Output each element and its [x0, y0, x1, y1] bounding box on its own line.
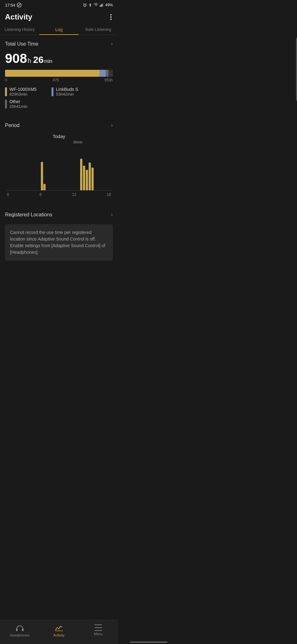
bottom-nav: Headphones Activity Menu — [0, 620, 118, 644]
legend-other-color — [5, 100, 7, 108]
axis-mid: 475 — [52, 78, 59, 82]
svg-rect-3 — [101, 5, 101, 7]
legend-lb: LinkBuds S 53h42min — [52, 87, 96, 97]
check-circle-icon — [17, 3, 22, 8]
legend-wf-name: WF-1000XM5 — [9, 87, 36, 92]
svg-rect-5 — [102, 3, 103, 7]
page-title: Activity — [5, 13, 32, 21]
legend-lb-time: 53h42min — [56, 92, 78, 97]
time-display-row: 908 h 26 min — [5, 51, 113, 66]
total-use-time-chevron: › — [111, 41, 113, 47]
nav-headphones-label: Headphones — [10, 633, 29, 637]
period-row[interactable]: Period › — [5, 116, 113, 131]
legend-wf-time: 829h3min — [9, 92, 36, 97]
nav-menu[interactable]: Menu — [79, 623, 118, 639]
activity-icon — [55, 625, 63, 632]
progress-lb-segment — [99, 70, 106, 77]
tab-log[interactable]: Log — [39, 24, 79, 35]
bar-16-4 — [89, 163, 91, 190]
legend-other: Other 25h41min — [5, 99, 49, 109]
x-label-6: 6 — [40, 192, 42, 197]
more-dot-1 — [110, 14, 112, 15]
more-dot-3 — [110, 19, 112, 20]
total-use-time-row[interactable]: Total Use Time › — [5, 35, 113, 50]
bar-12-1 — [41, 162, 43, 190]
time-display: 17:54 — [5, 3, 15, 8]
x-label-12: 12 — [72, 192, 76, 197]
axis-end: 950h — [104, 78, 113, 82]
locations-row[interactable]: Registered Locations › — [5, 206, 113, 220]
status-icons-area: 49% — [83, 3, 113, 7]
signal-icon — [100, 3, 104, 7]
progress-wf-segment — [5, 70, 99, 77]
x-label-0: 0 — [7, 192, 9, 197]
main-content: Total Use Time › 908 h 26 min 0 475 950h… — [0, 35, 118, 292]
svg-rect-7 — [22, 629, 24, 631]
progress-axis-labels: 0 475 950h — [5, 78, 113, 82]
status-bar: 17:54 49% — [0, 0, 118, 9]
bar-16-5 — [91, 168, 94, 190]
svg-rect-6 — [16, 629, 18, 631]
wifi-icon — [93, 3, 98, 7]
locations-section: Registered Locations › Cannot record the… — [5, 206, 113, 261]
more-options-button[interactable] — [109, 13, 113, 21]
headphones-icon — [15, 625, 24, 632]
legend-other-time: 25h41min — [9, 104, 27, 109]
hours-value: 908 — [5, 51, 27, 66]
nav-activity-label: Activity — [53, 633, 64, 637]
header: Activity — [0, 9, 118, 24]
nav-activity[interactable]: Activity — [39, 623, 79, 639]
period-label: Period — [5, 123, 19, 128]
locations-info-text: Cannot record the use time per registere… — [10, 230, 105, 255]
hours-label: h — [28, 57, 31, 64]
locations-label: Registered Locations — [5, 212, 52, 218]
nav-menu-label: Menu — [94, 632, 103, 636]
legend-lb-color — [52, 87, 53, 96]
legend-wf: WF-1000XM5 829h3min — [5, 87, 49, 97]
nav-headphones[interactable]: Headphones — [0, 623, 39, 639]
progress-bar — [5, 70, 113, 77]
bar-16-2 — [83, 166, 85, 190]
locations-info-box: Cannot record the use time per registere… — [5, 224, 113, 261]
minutes-value: 26 — [33, 54, 43, 65]
chart-container: Today 30min — [5, 134, 113, 198]
more-dot-2 — [110, 16, 112, 18]
legend-lb-name: LinkBuds S — [56, 87, 78, 92]
chart-x-labels: 0 6 12 18 — [6, 192, 112, 197]
axis-start: 0 — [5, 78, 7, 82]
bar-16-3 — [86, 170, 88, 190]
bar-12-2 — [43, 184, 46, 190]
tab-safe-listening[interactable]: Safe Listening — [79, 24, 118, 35]
bar-group-16 — [80, 159, 94, 190]
tab-bar: Listening History Log Safe Listening — [0, 24, 118, 35]
progress-bar-container: 0 475 950h — [5, 70, 113, 82]
chart-area: 30min — [6, 147, 112, 197]
alarm-icon — [83, 3, 87, 7]
tab-listening-history[interactable]: Listening History — [0, 24, 39, 35]
progress-other-segment — [106, 70, 108, 77]
legend-wf-color — [5, 87, 7, 96]
chart-annotation: 30min — [73, 140, 83, 144]
legend-other-name: Other — [9, 99, 27, 104]
locations-chevron: › — [111, 211, 113, 218]
battery-percentage: 49% — [105, 3, 113, 7]
minutes-label: min — [44, 58, 52, 64]
svg-rect-2 — [100, 5, 101, 7]
status-time-area: 17:54 — [5, 3, 22, 8]
bar-group-12 — [41, 162, 46, 190]
svg-rect-4 — [102, 4, 102, 7]
chart-bars — [6, 147, 112, 191]
total-use-time-label: Total Use Time — [5, 41, 38, 47]
x-label-18: 18 — [107, 192, 111, 197]
period-section: Period › Today 30min — [5, 116, 113, 198]
bar-16-1 — [80, 159, 82, 190]
device-legend: WF-1000XM5 829h3min LinkBuds S 53h42min … — [5, 87, 113, 109]
menu-icon — [95, 625, 102, 631]
chart-title: Today — [5, 134, 113, 139]
period-chevron: › — [111, 122, 113, 129]
bluetooth-icon — [88, 3, 92, 7]
